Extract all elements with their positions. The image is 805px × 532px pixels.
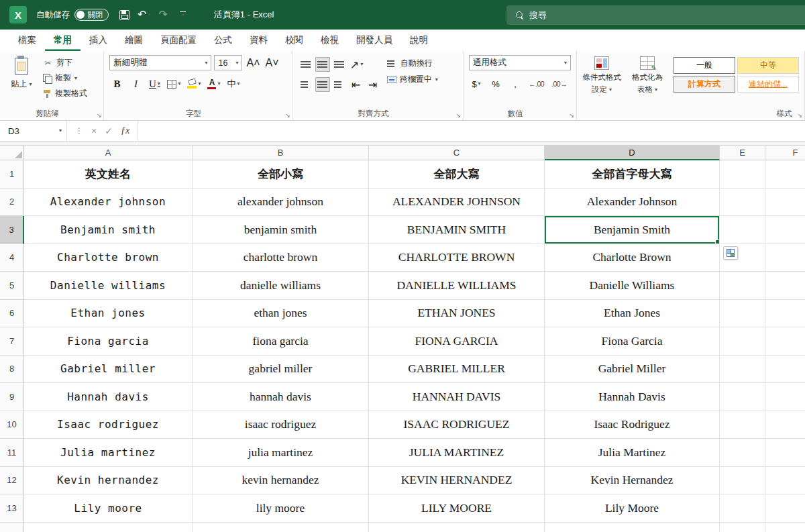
phonetic-button[interactable]: 中▾ (226, 76, 241, 91)
align-left-button[interactable] (299, 77, 313, 92)
cut-button[interactable]: ✂ 剪下 (43, 57, 87, 68)
cell-A13[interactable]: Lily moore (24, 494, 193, 523)
align-middle-button[interactable] (315, 57, 330, 72)
dialog-launcher-icon[interactable]: ↘ (285, 112, 290, 119)
cell-C6[interactable]: ETHAN JONES (369, 300, 545, 328)
font-size-combo[interactable]: 16 ▾ (214, 55, 242, 70)
cell-C13[interactable]: LILY MOORE (369, 494, 545, 523)
cell-F11[interactable] (765, 439, 805, 467)
select-all-button[interactable] (0, 146, 24, 160)
tab-頁面配置[interactable]: 頁面配置 (152, 30, 205, 51)
dialog-launcher-icon[interactable]: ↘ (569, 112, 574, 119)
copy-button[interactable]: 複製 ▾ (43, 72, 87, 84)
row-header-3[interactable]: 3 (0, 216, 24, 244)
cell-E7[interactable] (720, 327, 765, 356)
align-bottom-button[interactable] (332, 57, 347, 72)
tab-說明[interactable]: 說明 (401, 30, 437, 51)
excel-app-icon[interactable]: X (9, 6, 27, 23)
cell-C5[interactable]: DANIELLE WILLIAMS (369, 272, 545, 300)
customize-toolbar-button[interactable]: ▾ (180, 11, 186, 19)
cell-A6[interactable]: Ethan jones (24, 300, 193, 328)
shrink-font-button[interactable]: A˅ (264, 56, 280, 70)
cell-B11[interactable]: julia martinez (193, 439, 369, 467)
tab-資料[interactable]: 資料 (241, 30, 276, 51)
row-header-5[interactable]: 5 (0, 272, 24, 300)
cell-D8[interactable]: Gabriel Miller (545, 356, 720, 384)
cell-D1[interactable]: 全部首字母大寫 (545, 160, 720, 189)
cell-A1[interactable]: 英文姓名 (24, 160, 193, 189)
cell-D7[interactable]: Fiona Garcia (545, 327, 720, 356)
cell-C14[interactable] (369, 523, 545, 532)
tab-校閱[interactable]: 校閱 (276, 30, 312, 51)
cell-A7[interactable]: Fiona garcia (24, 327, 193, 356)
column-header-F[interactable]: F (765, 146, 805, 160)
cell-E13[interactable] (720, 494, 765, 523)
cell-F6[interactable] (765, 300, 805, 328)
row-header-13[interactable]: 13 (0, 494, 24, 523)
cell-B1[interactable]: 全部小寫 (193, 160, 369, 189)
tab-繪圖[interactable]: 繪圖 (116, 30, 152, 51)
cell-E10[interactable] (720, 411, 765, 439)
cell-F8[interactable] (765, 356, 805, 384)
autosave-toggle[interactable]: 關閉 (74, 9, 109, 21)
increase-decimal-button[interactable]: ←.00 (527, 76, 545, 91)
percent-button[interactable]: % (488, 76, 503, 91)
paste-button[interactable]: 貼上 ▾ (5, 55, 38, 99)
cell-E14[interactable] (720, 523, 765, 532)
cell-A5[interactable]: Danielle williams (24, 272, 193, 300)
cell-E9[interactable] (720, 383, 765, 411)
dialog-launcher-icon[interactable]: ↘ (797, 112, 802, 119)
cell-D4[interactable]: Charlotte Brown (545, 244, 720, 272)
cell-D10[interactable]: Isaac Rodriguez (545, 411, 720, 439)
cell-E3[interactable] (720, 216, 765, 244)
cell-A14[interactable] (24, 523, 193, 532)
cell-C7[interactable]: FIONA GARCIA (369, 327, 545, 356)
cell-B3[interactable]: benjamin smith (193, 216, 369, 244)
cell-A4[interactable]: Charlotte brown (24, 244, 193, 272)
row-header-12[interactable]: 12 (0, 467, 24, 495)
italic-button[interactable]: I (128, 76, 143, 91)
cell-F2[interactable] (765, 189, 805, 217)
row-header-10[interactable]: 10 (0, 411, 24, 439)
cell-D11[interactable]: Julia Martinez (545, 439, 720, 467)
cell-C4[interactable]: CHARLOTTE BROWN (369, 244, 545, 272)
increase-indent-button[interactable]: ⇥ (366, 77, 380, 92)
conditional-formatting-button[interactable]: 條件式格式 設定▾ (582, 55, 621, 95)
format-as-table-button[interactable]: 格式化為 表格▾ (628, 55, 667, 95)
cell-C3[interactable]: BENJAMIN SMITH (369, 216, 545, 244)
decrease-indent-button[interactable]: ⇤ (349, 77, 364, 92)
cell-D2[interactable]: Alexander Johnson (545, 189, 720, 217)
row-header-8[interactable]: 8 (0, 356, 24, 384)
undo-button[interactable]: ↶ ▾ (138, 9, 150, 20)
cell-style-calculation[interactable]: 計算方式 (674, 76, 735, 93)
align-center-button[interactable] (315, 77, 330, 92)
cell-A2[interactable]: Alexander johnson (24, 189, 193, 217)
cell-B5[interactable]: danielle williams (193, 272, 369, 300)
cell-D5[interactable]: Danielle Williams (545, 272, 720, 300)
cell-B6[interactable]: ethan jones (193, 300, 369, 328)
tab-常用[interactable]: 常用 (45, 30, 80, 51)
row-header-4[interactable]: 4 (0, 244, 24, 272)
cell-F12[interactable] (765, 467, 805, 495)
row-header-6[interactable]: 6 (0, 300, 24, 328)
font-color-button[interactable]: A ▾ (206, 76, 221, 91)
cell-F4[interactable] (765, 244, 805, 272)
insert-function-icon[interactable]: ƒx (121, 125, 129, 136)
align-right-button[interactable] (332, 77, 347, 92)
cell-D12[interactable]: Kevin Hernandez (545, 467, 720, 495)
cell-B7[interactable]: fiona garcia (193, 327, 369, 356)
merge-center-button[interactable]: 跨欄置中 ▾ (387, 74, 438, 85)
decrease-decimal-button[interactable]: .00→ (550, 76, 568, 91)
dialog-launcher-icon[interactable]: ↘ (455, 112, 461, 119)
name-box[interactable]: D3 ▾ (0, 121, 67, 141)
column-header-B[interactable]: B (193, 146, 369, 160)
enter-icon[interactable]: ✓ (105, 125, 113, 136)
cell-C1[interactable]: 全部大寫 (369, 160, 545, 189)
cell-A10[interactable]: Isaac rodriguez (24, 411, 193, 439)
row-header-1[interactable]: 1 (0, 160, 24, 189)
tab-檢視[interactable]: 檢視 (312, 30, 347, 51)
cell-D9[interactable]: Hannah Davis (545, 383, 720, 411)
paste-options-button[interactable] (723, 246, 738, 260)
cell-F13[interactable] (765, 494, 805, 523)
cell-E6[interactable] (720, 300, 765, 328)
